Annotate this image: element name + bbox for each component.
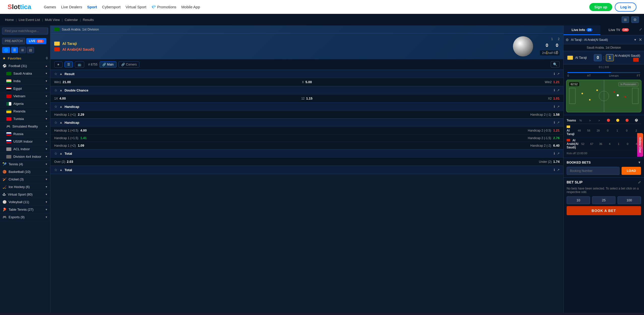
sidebar-item-acl-indoor[interactable]: ACL Indoor ▼ — [0, 145, 50, 153]
sidebar-item-egypt[interactable]: Egypt ▼ — [0, 85, 50, 92]
nav-promotions[interactable]: 💎 Promotions — [151, 5, 176, 9]
selector-chevron[interactable]: ▼ — [634, 38, 637, 42]
breadcrumb-multi-view[interactable]: Multi View — [45, 18, 60, 22]
sidebar-item-tennis[interactable]: 🎾 Tennis (4) ▼ — [0, 161, 50, 168]
share-icon[interactable]: ↗ — [557, 72, 560, 76]
nav-live-dealers[interactable]: Live Dealers — [61, 5, 82, 9]
breadcrumb-live-event-list[interactable]: Live Event List — [19, 18, 40, 22]
sidebar-item-saudi-arabia[interactable]: Saudi Arabia ▼ — [0, 70, 50, 77]
sidebar-item-ussr-indoor[interactable]: USSR Indoor ▼ — [0, 138, 50, 145]
sidebar-item-esports[interactable]: 🎮 Esports (9) ▼ — [0, 213, 50, 221]
sidebar-item-division-4x4[interactable]: Division 4x4 Indoor ▼ — [0, 153, 50, 161]
sidebar-item-ice-hockey[interactable]: 🏒 Ice Hockey (6) ▼ — [0, 183, 50, 191]
sidebar-item-basketball[interactable]: 🏀 Basketball (10) ▼ — [0, 168, 50, 176]
win2-val[interactable]: 1.21 — [553, 80, 560, 84]
signup-button[interactable]: Sign up — [589, 3, 612, 11]
sidebar-item-cricket[interactable]: 🏏 Cricket (3) ▼ — [0, 176, 50, 183]
h2-star[interactable]: ☆ — [54, 120, 57, 124]
total-share-icon[interactable]: ↗ — [557, 152, 560, 155]
result-star[interactable]: ☆ — [54, 72, 57, 76]
sidebar-item-algeria[interactable]: Algeria ▼ — [0, 100, 50, 108]
dc-star[interactable]: ☆ — [54, 88, 57, 92]
calculator-icon[interactable]: ⊞ — [622, 16, 629, 23]
double-chance-header[interactable]: ☆ ▲ Double Chance ℹ ↗ — [50, 86, 563, 94]
settings-icon[interactable]: ⚙ — [631, 16, 639, 23]
h2-05-val[interactable]: 4.00 — [80, 129, 87, 132]
amount-10[interactable]: 10 — [567, 196, 590, 204]
breadcrumb-results[interactable]: Results — [83, 18, 94, 22]
h2-m2-val[interactable]: 6.40 — [553, 144, 560, 147]
sidebar-item-simulated-reality[interactable]: 🎮 Simulated Reality ▼ — [0, 123, 50, 130]
under-val[interactable]: 1.74 — [553, 160, 560, 164]
sidebar-item-rwanda[interactable]: Rwanda ▼ — [0, 108, 50, 115]
dc-info-icon[interactable]: ℹ — [554, 88, 555, 92]
search-input[interactable] — [2, 27, 48, 35]
win1-val[interactable]: 21.00 — [63, 80, 71, 84]
tab-main[interactable]: 🔗 Main — [100, 61, 116, 68]
h1-share-icon[interactable]: ↗ — [557, 105, 560, 108]
breadcrumb-calendar[interactable]: Calendar — [65, 18, 78, 22]
total-info-icon[interactable]: ℹ — [554, 152, 555, 155]
booked-chevron[interactable]: ▼ — [638, 161, 641, 164]
nav-virtual-sport[interactable]: Virtual Sport — [126, 5, 146, 9]
nav-mobile-app[interactable]: Mobile App — [181, 5, 200, 9]
sidebar-item-virtual-sport[interactable]: 🕹 Virtual Sport (80) ▼ — [0, 191, 50, 198]
over-val[interactable]: 2.03 — [67, 160, 73, 164]
book-a-bet-button[interactable]: BOOK A BET — [567, 206, 641, 215]
logo[interactable]: Slottica — [8, 3, 31, 11]
h2-m15-val[interactable]: 2.76 — [553, 136, 560, 140]
handicap2-header[interactable]: ☆ ▲ Handicap ℹ ↗ — [50, 118, 563, 127]
tab-live-tv[interactable]: Live TV 140 — [600, 25, 637, 35]
dc-12-val[interactable]: 1.15 — [306, 97, 313, 100]
total-star[interactable]: ☆ — [54, 151, 57, 155]
h1-info-icon[interactable]: ℹ — [554, 105, 555, 108]
sidebar-item-india[interactable]: India ▼ — [0, 77, 50, 85]
selector-close[interactable]: ✕ — [639, 37, 642, 42]
sidebar-item-vietnam[interactable]: Vietnam ▼ — [0, 92, 50, 100]
tab-live-info[interactable]: Live Info 24 — [564, 25, 600, 35]
list-icon[interactable]: ☰ — [11, 47, 18, 53]
booking-number-input[interactable] — [567, 167, 620, 175]
expand-icon[interactable]: ⤢ — [637, 25, 644, 35]
search-btn[interactable]: 🔍 — [551, 61, 560, 68]
total2-header[interactable]: ☆ ▲ Total ℹ ↗ — [50, 166, 563, 174]
total-header[interactable]: ☆ ▲ Total ℹ ↗ — [50, 149, 563, 158]
tv-control[interactable]: 📺 — [75, 61, 84, 68]
login-button[interactable]: Log in — [615, 3, 636, 12]
total2-info-icon[interactable]: ℹ — [554, 168, 555, 172]
list-control[interactable]: ☰ — [65, 61, 73, 68]
h1-val[interactable]: 2.29 — [78, 113, 84, 116]
result-header[interactable]: ☆ ▲ Result ℹ ↗ — [50, 70, 563, 78]
nav-cybersport[interactable]: Cybersport — [102, 5, 120, 9]
nav-games[interactable]: Games — [44, 5, 56, 9]
load-button[interactable]: LOAD — [622, 167, 641, 175]
grid-icon[interactable]: ⊞ — [19, 47, 26, 53]
amount-25[interactable]: 25 — [592, 196, 616, 204]
total2-star[interactable]: ☆ — [54, 168, 57, 172]
star-control[interactable]: ★ — [54, 61, 63, 68]
online-chat-tab[interactable]: Online Chat — [637, 133, 643, 157]
sidebar-item-russia[interactable]: Russia ▼ — [0, 130, 50, 138]
h2-val[interactable]: 1.58 — [553, 113, 560, 116]
compact-icon[interactable]: ▤ — [27, 47, 34, 53]
bet-slip-expand[interactable]: ⤢ — [638, 180, 641, 184]
h2-2-val[interactable]: 1.09 — [78, 144, 84, 147]
dc-share-icon[interactable]: ↗ — [557, 88, 560, 92]
h2-m05-val[interactable]: 1.21 — [553, 129, 560, 132]
info-icon[interactable]: ℹ — [554, 72, 555, 76]
h2-15-val[interactable]: 1.41 — [80, 136, 87, 140]
h2-share-icon[interactable]: ↗ — [557, 121, 560, 124]
sidebar-item-volleyball[interactable]: 🏐 Volleyball (11) ▼ — [0, 198, 50, 206]
sidebar-item-tunisia[interactable]: Tunisia ▼ — [0, 115, 50, 123]
globe-icon[interactable]: 🌐 — [2, 47, 10, 53]
sidebar-item-football[interactable]: ⚽ Football (31) ▲ — [0, 62, 50, 70]
handicap1-header[interactable]: ☆ ▲ Handicap ℹ ↗ — [50, 103, 563, 111]
tab-corners[interactable]: 🔗 Corners — [118, 61, 140, 68]
total2-share-icon[interactable]: ↗ — [557, 168, 560, 172]
dc-x2-val[interactable]: 1.01 — [553, 97, 560, 100]
h2-info-icon[interactable]: ℹ — [554, 121, 555, 124]
pre-match-btn[interactable]: PRE-MATCH — [2, 38, 25, 44]
dc-1x-val[interactable]: 4.00 — [59, 97, 66, 100]
h1-star[interactable]: ☆ — [54, 105, 57, 109]
breadcrumb-home[interactable]: Home — [5, 18, 14, 22]
